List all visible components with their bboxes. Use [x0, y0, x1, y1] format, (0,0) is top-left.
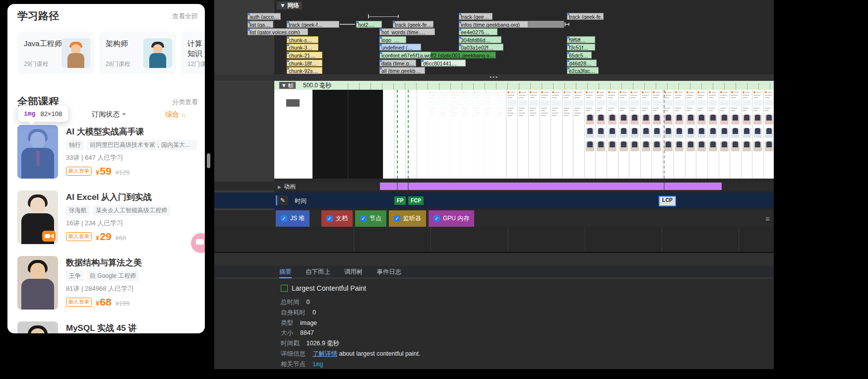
counter-toggle[interactable]: ✓JS 堆 — [276, 210, 310, 227]
network-request-bar[interactable]: logo_… — [379, 36, 406, 43]
network-request-bar[interactable]: track (geek-fe… — [567, 13, 604, 20]
filmstrip-thumbnail[interactable] — [741, 90, 752, 179]
filmstrip-thumbnail[interactable] — [394, 90, 406, 179]
filmstrip-thumbnail[interactable] — [428, 90, 439, 179]
tab-自下而上[interactable]: 自下而上 — [306, 266, 330, 278]
network-request-bar[interactable]: f9f5ff… — [567, 36, 595, 43]
filmstrip-thumbnail[interactable] — [595, 90, 607, 179]
course-title[interactable]: AI 大模型实战高手课 — [66, 126, 144, 137]
filmstrip-thumbnail[interactable] — [528, 90, 540, 179]
filmstrip-thumbnail[interactable] — [651, 90, 663, 179]
checkbox-checked-icon[interactable]: ✓ — [360, 215, 367, 222]
counter-toggle[interactable]: ✓监听器 — [389, 210, 426, 227]
sort-filter[interactable]: 综合 ↑↓ — [165, 110, 185, 119]
course-title[interactable]: AI Excel 从入门到实战 — [66, 191, 152, 203]
view-by-category-link[interactable]: 分类查看 — [172, 98, 198, 107]
network-request-bar[interactable]: chunk-3… — [287, 44, 318, 51]
network-track-header[interactable]: ▼ 网络 — [277, 1, 302, 9]
network-request-bar[interactable]: ee4e0275… — [459, 28, 497, 35]
counter-toggle[interactable]: ✓文档 — [321, 210, 353, 227]
tab-调用树[interactable]: 调用树 — [344, 266, 363, 278]
network-request-bar[interactable]: d6cc801441… — [421, 60, 466, 66]
counter-toggle[interactable]: ✓节点 — [355, 210, 386, 227]
filmstrip-thumbnail[interactable] — [405, 90, 417, 179]
network-request-bar[interactable]: track (geek-f… — [287, 21, 339, 28]
filmstrip-thumbnail[interactable] — [383, 90, 394, 179]
tab-事件日志[interactable]: 事件日志 — [377, 266, 402, 278]
filmstrip-thumbnail[interactable] — [752, 90, 763, 179]
filmstrip-thumbnail[interactable] — [439, 90, 450, 179]
filmstrip-thumbnail[interactable] — [696, 90, 707, 179]
network-request-bar[interactable]: hot_words (time.… — [379, 28, 435, 35]
network-request-bar[interactable]: auth (acco… — [248, 13, 281, 20]
filmstrip-thumbnail[interactable] — [707, 90, 719, 179]
checkbox-checked-icon[interactable]: ✓ — [281, 215, 287, 222]
course-list-item[interactable]: AI Excel 从入门到实战张海航某央企人工智能高级工程师16讲 | 234 … — [7, 190, 205, 256]
filmstrip-thumbnail[interactable] — [640, 90, 652, 179]
network-request-bar[interactable]: data (time.g… — [379, 60, 416, 66]
frames-track[interactable]: ▼ 帧 500.0 毫秒 — [274, 81, 774, 90]
filmstrip-thumbnail[interactable] — [573, 90, 584, 179]
filmstrip-thumbnail[interactable] — [719, 90, 730, 179]
network-request-bar[interactable]: e2ca3fac… — [567, 67, 599, 74]
network-request-bar[interactable]: 304bfd86d… — [459, 36, 501, 43]
filmstrip-thumbnail[interactable] — [685, 90, 696, 179]
network-request-bar[interactable] — [528, 21, 564, 28]
related-node-link[interactable]: img — [312, 361, 323, 368]
edit-timings-button[interactable]: ✎ — [276, 195, 288, 205]
filmstrip-thumbnail[interactable] — [730, 90, 741, 179]
network-request-bar[interactable]: infos (time.geekbang.org) — [459, 21, 528, 28]
panel-splitter[interactable] — [214, 253, 774, 266]
filmstrip-thumbnail[interactable] — [629, 90, 640, 179]
tab-摘要[interactable]: 摘要 — [279, 266, 292, 278]
animation-bar[interactable] — [380, 183, 722, 190]
animation-track-header[interactable]: ▶动画 — [278, 183, 296, 191]
timing-marker-fcp[interactable]: FCP — [408, 196, 424, 205]
filmstrip-thumbnail[interactable] — [674, 90, 685, 179]
network-request-bar[interactable]: undefined (… — [379, 44, 421, 51]
course-title[interactable]: MySQL 实战 45 讲 — [66, 322, 136, 333]
network-request-bar[interactable]: track (geek-fe…. — [393, 21, 434, 28]
network-request-bar[interactable]: list (ga… — [248, 21, 273, 28]
filmstrip-thumbnail[interactable] — [506, 90, 517, 179]
network-request-bar[interactable]: list (gator.volces.com) — [248, 28, 308, 35]
timing-marker-fp[interactable]: FP — [394, 196, 406, 205]
filmstrip-thumbnail[interactable] — [618, 90, 629, 179]
filmstrip-thumbnail[interactable] — [763, 90, 774, 179]
learning-path-card[interactable]: 架构师28门课程 — [99, 32, 176, 74]
view-all-link[interactable]: 查看全部 — [172, 12, 198, 21]
filmstrip-thumbnail[interactable] — [461, 90, 473, 179]
filmstrip-thumbnail[interactable] — [450, 90, 461, 179]
filmstrip-thumbnail[interactable] — [551, 90, 562, 179]
checkbox-checked-icon[interactable]: ✓ — [326, 215, 333, 222]
frames-track-header[interactable]: ▼ 帧 — [279, 82, 296, 89]
filmstrip-thumbnail[interactable] — [562, 90, 573, 179]
counter-toggle[interactable]: ✓GPU 内存 — [429, 210, 474, 227]
filmstrip-thumbnail[interactable] — [517, 90, 529, 179]
track-separator[interactable]: ••• — [214, 74, 774, 81]
course-list-item[interactable]: MySQL 实战 45 讲 — [7, 321, 205, 333]
course-cover-image[interactable] — [17, 125, 58, 179]
filmstrip-thumbnail[interactable] — [417, 90, 428, 179]
request-drag-handle[interactable] — [564, 21, 569, 28]
course-title[interactable]: 数据结构与算法之美 — [66, 257, 142, 268]
network-request-bar[interactable]: 65dc5… — [567, 52, 592, 59]
checkbox-checked-icon[interactable]: ✓ — [394, 215, 400, 222]
course-cover-image[interactable] — [17, 321, 58, 333]
network-request-bar[interactable]: chunk-21… — [287, 52, 322, 59]
checkbox-checked-icon[interactable]: ✓ — [434, 215, 440, 222]
network-request-bar[interactable]: hot2…. — [356, 21, 382, 28]
learn-more-link[interactable]: 了解详情 — [312, 350, 337, 357]
filmstrip-thumbnail[interactable] — [540, 90, 551, 179]
network-request-bar[interactable]: all (time.geekb… — [379, 67, 425, 74]
menu-icon[interactable]: ≡ — [765, 214, 770, 223]
network-request-bar[interactable]: chunk-92s… — [287, 67, 322, 74]
filmstrip-thumbnail[interactable] — [472, 90, 484, 179]
course-list-item[interactable]: AI 大模型实战高手课独行前阿里巴巴高级技术专家，国内某大型互…33讲 | 64… — [7, 125, 205, 190]
network-request-bar[interactable]: 0a03a1e02f… — [459, 44, 503, 51]
network-request-bar[interactable]: d46d28… — [567, 60, 597, 66]
course-cover-image[interactable] — [17, 256, 58, 310]
learning-path-card[interactable]: Java工程师29门课程 — [17, 32, 94, 74]
network-request-bar[interactable]: track (gee… — [459, 13, 493, 20]
filmstrip-thumbnail[interactable] — [607, 90, 618, 179]
